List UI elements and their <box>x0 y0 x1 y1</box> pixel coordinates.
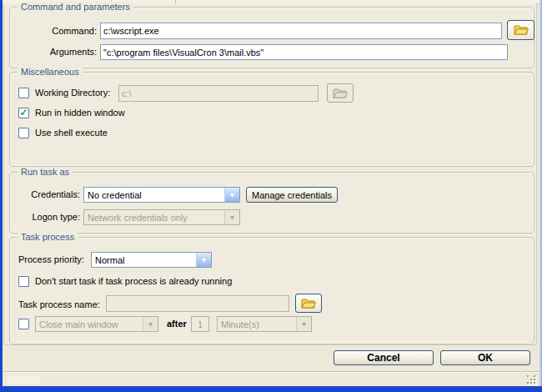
group-run-task-as: Run task as Credentials: No credential ▾… <box>9 172 534 234</box>
process-name-label: Task process name: <box>18 296 100 313</box>
chevron-down-icon: ▾ <box>143 317 158 331</box>
close-window-checkbox[interactable] <box>18 319 29 329</box>
process-name-input <box>106 295 289 312</box>
dont-start-checkbox[interactable] <box>18 276 29 287</box>
ok-label: OK <box>478 352 493 364</box>
folder-icon <box>333 88 348 99</box>
command-label: Command: <box>17 23 97 39</box>
group-title: Miscellaneous <box>18 67 83 77</box>
time-unit-value: Minute(s) <box>218 319 296 329</box>
tab-page-panel: Command and parameters Command: Argument… <box>3 3 537 345</box>
group-title: Command and parameters <box>18 2 133 12</box>
run-hidden-checkbox[interactable]: ✓ <box>18 108 29 118</box>
manage-credentials-label: Manage credentials <box>252 190 332 200</box>
after-label: after <box>167 316 187 332</box>
group-title: Task process <box>18 232 78 242</box>
folder-icon <box>514 24 529 36</box>
logon-type-value: Network credentials only <box>84 213 224 223</box>
logon-type-select: Network credentials only ▾ <box>83 209 240 225</box>
credentials-select[interactable]: No credential ▾ <box>83 187 240 203</box>
group-command-parameters: Command and parameters Command: Argument… <box>9 7 534 68</box>
close-window-select: Close main window ▾ <box>35 316 158 332</box>
arguments-input[interactable] <box>100 44 508 60</box>
chevron-down-icon: ▾ <box>224 210 239 224</box>
window-border-left <box>0 0 3 392</box>
arguments-label: Arguments: <box>17 44 97 60</box>
group-miscellaneous: Miscellaneous Working Directory: ✓ Run i… <box>9 72 534 167</box>
check-icon: ✓ <box>19 108 28 117</box>
time-unit-select: Minute(s) ▾ <box>217 316 312 332</box>
credentials-label: Credentials: <box>17 187 80 203</box>
folder-icon <box>301 298 316 309</box>
window-border-bottom <box>0 386 542 392</box>
dont-start-label[interactable]: Don't start task if task process is alre… <box>35 275 232 287</box>
use-shell-checkbox[interactable] <box>18 128 29 138</box>
after-value-input <box>191 316 209 332</box>
cancel-label: Cancel <box>367 352 399 364</box>
manage-credentials-button[interactable]: Manage credentials <box>246 187 338 203</box>
working-directory-checkbox[interactable] <box>18 88 29 98</box>
process-priority-value: Normal <box>92 255 196 265</box>
working-directory-label[interactable]: Working Directory: <box>35 87 110 98</box>
chevron-down-icon[interactable]: ▾ <box>196 253 211 267</box>
browse-command-button[interactable] <box>507 20 534 40</box>
ok-button[interactable]: OK <box>440 350 530 365</box>
logon-type-label: Logon type: <box>17 209 80 225</box>
credentials-value: No credential <box>84 190 224 200</box>
process-priority-select[interactable]: Normal ▾ <box>91 252 212 268</box>
chevron-down-icon: ▾ <box>296 317 311 331</box>
status-bar-panel <box>7 376 40 384</box>
status-bar <box>3 371 539 387</box>
chevron-down-icon[interactable]: ▾ <box>224 188 239 202</box>
process-priority-label: Process priority: <box>18 252 84 268</box>
command-input[interactable] <box>100 23 502 39</box>
working-directory-input <box>118 85 319 102</box>
use-shell-label[interactable]: Use shell execute <box>35 127 108 138</box>
cancel-button[interactable]: Cancel <box>334 350 434 365</box>
browse-process-name-button[interactable] <box>295 294 322 313</box>
group-title: Run task as <box>18 167 73 177</box>
resize-grip[interactable] <box>527 375 537 385</box>
group-task-process: Task process Process priority: Normal ▾ … <box>9 237 534 344</box>
browse-working-directory-button <box>327 83 354 103</box>
run-hidden-label[interactable]: Run in hidden window <box>35 107 125 118</box>
task-settings-dialog: Command and parameters Command: Argument… <box>0 0 542 392</box>
close-window-value: Close main window <box>36 319 143 329</box>
